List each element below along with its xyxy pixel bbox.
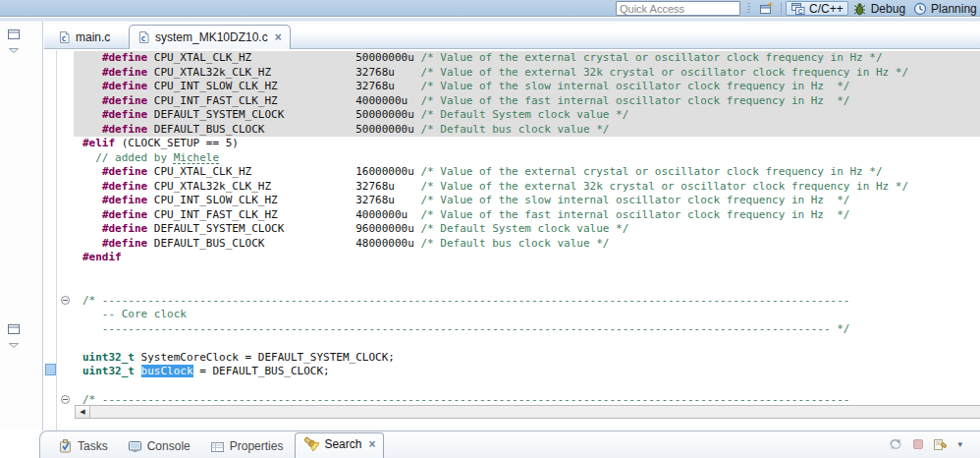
close-icon[interactable]: ×: [368, 437, 375, 451]
dropdown-arrow-icon[interactable]: ▾: [957, 439, 962, 449]
toolbar-right-group: C C/C++ Debug Planning: [616, 0, 980, 17]
editor-tab-system-mk10dz10-c[interactable]: c system_MK10DZ10.c ×: [129, 25, 291, 49]
code-line[interactable]: #define CPU_XTAL32k_CLK_HZ 32768u /* Val…: [74, 66, 980, 81]
editor-tab-bar: c main.c c system_MK10DZ10.c ×: [44, 22, 980, 49]
scroll-left-button[interactable]: ◀: [76, 406, 90, 418]
code-token: /* Default System clock value */: [420, 108, 628, 121]
c-file-icon: c: [58, 30, 71, 44]
console-icon: [128, 440, 142, 453]
code-token: #define: [102, 80, 147, 92]
code-line[interactable]: #define DEFAULT_SYSTEM_CLOCK 96000000u /…: [74, 222, 980, 237]
code-line[interactable]: #define CPU_INT_FAST_CLK_HZ 4000000u /* …: [74, 208, 980, 223]
toolbar-drag-handle[interactable]: [747, 3, 750, 14]
code-token: /* Value of the slow internal oscillator…: [420, 194, 849, 206]
code-token: CPU_XTAL32k_CLK_HZ 32768u: [147, 66, 420, 79]
perspective-label: Planning: [931, 2, 977, 16]
editor-tab-label: system_MK10DZ10.c: [155, 30, 268, 44]
code-token: [82, 123, 102, 136]
code-area[interactable]: #define CPU_XTAL_CLK_HZ 50000000u /* Val…: [74, 51, 980, 408]
code-line[interactable]: uint32_t SystemCoreClock = DEFAULT_SYSTE…: [74, 351, 980, 366]
code-line[interactable]: -- Core clock: [74, 308, 980, 322]
code-line[interactable]: #define CPU_XTAL32k_CLK_HZ 32768u /* Val…: [74, 180, 980, 195]
horizontal-scrollbar[interactable]: ◀: [75, 405, 980, 419]
perspective-button-planning[interactable]: Planning: [909, 1, 980, 16]
view-tab-search[interactable]: Search ×: [295, 432, 384, 458]
perspective-button-cpp[interactable]: C C/C++: [786, 1, 848, 16]
perspective-label: Debug: [871, 2, 905, 16]
code-token: #define: [102, 165, 147, 178]
code-line[interactable]: #define CPU_XTAL_CLK_HZ 50000000u /* Val…: [74, 51, 980, 66]
code-token: #define: [102, 180, 147, 193]
annotation-ruler[interactable]: [44, 50, 57, 430]
code-line[interactable]: #define CPU_INT_SLOW_CLK_HZ 32768u /* Va…: [74, 194, 980, 208]
view-tab-console[interactable]: Console: [120, 436, 198, 458]
code-line[interactable]: #define CPU_INT_SLOW_CLK_HZ 32768u /* Va…: [74, 80, 980, 94]
code-token: CPU_INT_FAST_CLK_HZ 4000000u: [147, 208, 420, 221]
code-token: #define: [102, 237, 147, 250]
previous-searches-icon[interactable]: [933, 437, 949, 451]
code-line[interactable]: ----------------------------------------…: [74, 322, 980, 337]
code-token: Michele: [174, 151, 219, 164]
code-line[interactable]: #define DEFAULT_SYSTEM_CLOCK 50000000u /…: [74, 108, 980, 123]
code-token: busClock: [141, 365, 193, 377]
code-line[interactable]: #elif (CLOCK_SETUP == 5): [74, 137, 980, 151]
view-tab-tasks[interactable]: Tasks: [50, 436, 116, 458]
scrollbar-track[interactable]: [90, 406, 980, 418]
code-token: [82, 222, 102, 235]
bottom-tab-bar: Tasks Console Properties Search ×: [50, 435, 384, 458]
close-icon[interactable]: ×: [275, 30, 282, 44]
code-token: /* Value of the external 32k crystal or …: [420, 180, 908, 193]
code-token: /* Default bus clock value */: [420, 237, 609, 250]
view-menu-chevron-icon[interactable]: [9, 343, 19, 348]
code-token: #define: [102, 108, 147, 121]
code-line[interactable]: #define DEFAULT_BUS_CLOCK 50000000u /* D…: [74, 123, 980, 138]
stop-icon[interactable]: [912, 438, 924, 450]
view-tab-properties[interactable]: Properties: [202, 436, 292, 458]
debug-icon: [852, 2, 867, 16]
code-line[interactable]: #define CPU_XTAL_CLK_HZ 16000000u /* Val…: [74, 165, 980, 180]
code-token: #define: [102, 194, 147, 206]
code-line[interactable]: /* -------------------------------------…: [74, 294, 980, 309]
cpp-perspective-icon: C: [790, 2, 805, 15]
code-token: /* -------------------------------------…: [82, 294, 849, 307]
svg-text:c: c: [141, 34, 146, 43]
fold-collapse-icon[interactable]: [61, 395, 70, 404]
code-token: CPU_INT_SLOW_CLK_HZ 32768u: [147, 80, 420, 92]
code-token: #define: [102, 66, 147, 79]
toolbar-separator: [781, 3, 782, 15]
code-token: [82, 94, 102, 107]
code-line[interactable]: #define DEFAULT_BUS_CLOCK 48000000u /* D…: [74, 237, 980, 252]
code-token: [135, 365, 141, 377]
code-token: /* Default System clock value */: [420, 222, 628, 235]
code-token: [82, 180, 102, 193]
code-token: [82, 108, 102, 121]
editor-tab-main-c[interactable]: c main.c: [50, 26, 118, 49]
code-token: DEFAULT_BUS_CLOCK 48000000u: [147, 237, 420, 250]
code-token: #define: [102, 94, 147, 107]
code-token: /* Value of the fast internal oscillator…: [420, 208, 849, 221]
minimized-view-stack: [8, 324, 20, 348]
occurrence-marker: [45, 364, 56, 375]
folding-margin[interactable]: [58, 50, 74, 430]
restore-view-button[interactable]: [8, 29, 20, 39]
code-token: = DEFAULT_BUS_CLOCK;: [193, 365, 330, 377]
restore-view-button[interactable]: [8, 324, 20, 334]
fold-collapse-icon[interactable]: [61, 296, 70, 305]
code-token: /* Value of the external crystal or osci…: [420, 165, 882, 178]
open-perspective-button[interactable]: [755, 1, 777, 16]
refresh-icon[interactable]: [888, 437, 903, 451]
code-line[interactable]: #define CPU_INT_FAST_CLK_HZ 4000000u /* …: [74, 94, 980, 109]
view-menu-chevron-icon[interactable]: [9, 48, 19, 53]
code-token: ----------------------------------------…: [82, 322, 849, 335]
code-line[interactable]: #endif: [74, 251, 980, 265]
code-line[interactable]: // added by Michele: [74, 151, 980, 166]
code-token: [82, 51, 102, 64]
code-token: DEFAULT_BUS_CLOCK 50000000u: [147, 123, 420, 136]
code-token: #define: [102, 222, 147, 235]
code-token: #define: [102, 208, 147, 221]
code-line[interactable]: uint32_t busClock = DEFAULT_BUS_CLOCK;: [74, 365, 980, 379]
code-token: /* Value of the external crystal or osci…: [420, 51, 882, 64]
view-tab-label: Properties: [230, 439, 284, 453]
quick-access-input[interactable]: [616, 1, 740, 16]
perspective-button-debug[interactable]: Debug: [848, 1, 909, 16]
